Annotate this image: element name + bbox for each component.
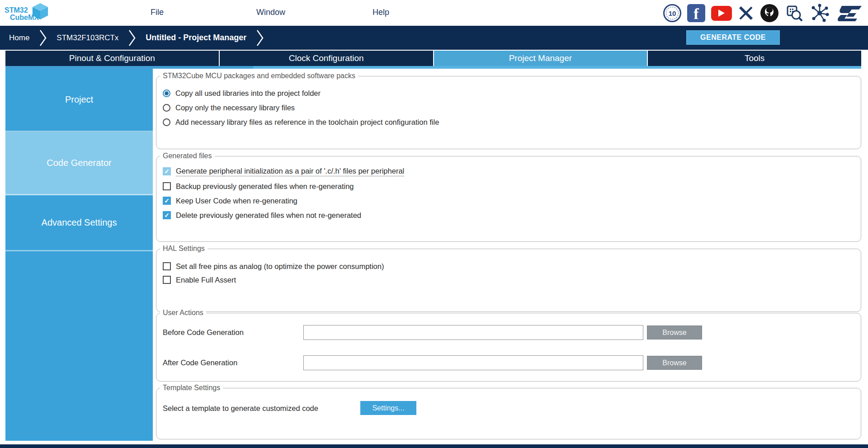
checkbox-label[interactable]: Generate peripheral initialization as a … bbox=[176, 167, 404, 176]
group-title: STM32Cube MCU packages and embedded soft… bbox=[160, 72, 358, 80]
x-twitter-icon[interactable] bbox=[738, 5, 754, 21]
radio-label[interactable]: Copy all used libraries into the project… bbox=[175, 89, 321, 98]
checkbox-row: ✓ Keep User Code when re-generating bbox=[163, 196, 297, 206]
breadcrumb-mcu[interactable]: STM32F103RCTx bbox=[57, 33, 118, 42]
radio-copy-necessary-files[interactable] bbox=[163, 104, 170, 112]
checkbox-row: Set all free pins as analog (to optimize… bbox=[163, 261, 384, 271]
after-code-generation-label: After Code Generation bbox=[163, 358, 237, 367]
youtube-icon[interactable] bbox=[711, 6, 732, 21]
breadcrumb-home[interactable]: Home bbox=[9, 33, 29, 42]
stm32cubemx-logo: STM32 CubeMX bbox=[5, 2, 54, 25]
breadcrumb-current[interactable]: Untitled - Project Manager bbox=[146, 33, 246, 42]
before-code-generation-input[interactable] bbox=[303, 325, 643, 340]
stm32cubemx-window: STM32 CubeMX File Window Help 10 f bbox=[0, 0, 868, 448]
radio-row: Add necessary library files as reference… bbox=[163, 117, 439, 127]
chevron-right-icon bbox=[256, 29, 264, 47]
checkbox-row: ✓ Generate peripheral initialization as … bbox=[163, 166, 404, 176]
project-manager-sidebar: Project Code Generator Advanced Settings bbox=[5, 69, 153, 441]
radio-label[interactable]: Add necessary library files as reference… bbox=[175, 118, 439, 127]
sidebar-filler bbox=[5, 251, 153, 441]
checkbox-keep-user-code[interactable]: ✓ bbox=[163, 197, 171, 205]
tab-clock-configuration[interactable]: Clock Configuration bbox=[220, 51, 434, 66]
group-user-actions: User Actions Before Code Generation Brow… bbox=[156, 313, 861, 382]
github-icon[interactable] bbox=[760, 4, 779, 23]
10-years-badge-icon[interactable]: 10 bbox=[663, 4, 681, 22]
main-tab-bar: Pinout & Configuration Clock Configurati… bbox=[5, 51, 861, 66]
generate-code-button[interactable]: GENERATE CODE bbox=[686, 30, 780, 45]
group-title: HAL Settings bbox=[160, 245, 208, 253]
radio-add-as-reference[interactable] bbox=[163, 118, 170, 126]
sidebar-item-project[interactable]: Project bbox=[5, 69, 153, 132]
checkbox-label[interactable]: Backup previously generated files when r… bbox=[176, 182, 354, 191]
st-logo-icon[interactable] bbox=[835, 3, 863, 23]
menu-window[interactable]: Window bbox=[256, 8, 285, 17]
group-title: Template Settings bbox=[160, 384, 223, 392]
radio-label[interactable]: Copy only the necessary library files bbox=[175, 104, 295, 112]
before-browse-button[interactable]: Browse bbox=[647, 325, 702, 340]
bottom-status-strip bbox=[0, 444, 868, 448]
facebook-icon[interactable]: f bbox=[687, 4, 705, 22]
group-hal-settings: HAL Settings Set all free pins as analog… bbox=[156, 249, 861, 312]
checkbox-delete-previously-generated[interactable]: ✓ bbox=[163, 211, 171, 219]
group-template-settings: Template Settings Select a template to g… bbox=[156, 388, 861, 439]
checkbox-label[interactable]: Keep User Code when re-generating bbox=[176, 197, 297, 205]
breadcrumb-bar: Home STM32F103RCTx Untitled - Project Ma… bbox=[0, 26, 868, 50]
badge-number: 10 bbox=[669, 9, 676, 17]
group-title: User Actions bbox=[160, 309, 206, 317]
before-code-generation-label: Before Code Generation bbox=[163, 328, 244, 337]
template-settings-label: Select a template to generate customized… bbox=[163, 404, 318, 413]
mcu-finder-icon[interactable] bbox=[785, 4, 804, 23]
tab-pinout-configuration[interactable]: Pinout & Configuration bbox=[5, 51, 220, 66]
cube-icon bbox=[32, 2, 49, 20]
group-mcu-packages: STM32Cube MCU packages and embedded soft… bbox=[156, 76, 861, 149]
radio-row: Copy only the necessary library files bbox=[163, 103, 295, 113]
sidebar-item-code-generator[interactable]: Code Generator bbox=[5, 132, 153, 195]
checkbox-generate-peripheral-init[interactable]: ✓ bbox=[163, 167, 171, 175]
checkbox-row: Enable Full Assert bbox=[163, 275, 236, 285]
sidebar-item-advanced-settings[interactable]: Advanced Settings bbox=[5, 195, 153, 251]
menu-file[interactable]: File bbox=[151, 8, 164, 17]
menu-bar: STM32 CubeMX File Window Help 10 f bbox=[0, 0, 868, 26]
checkbox-enable-full-assert[interactable] bbox=[163, 276, 171, 284]
st-community-icon[interactable] bbox=[810, 3, 830, 23]
checkbox-free-pins-analog[interactable] bbox=[163, 262, 171, 270]
tab-project-manager[interactable]: Project Manager bbox=[434, 51, 648, 66]
checkbox-row: Backup previously generated files when r… bbox=[163, 181, 354, 191]
checkbox-backup-generated-files[interactable] bbox=[163, 182, 171, 190]
checkbox-row: ✓ Delete previously generated files when… bbox=[163, 210, 361, 220]
chevron-right-icon bbox=[39, 29, 47, 47]
radio-copy-all-libraries[interactable] bbox=[163, 90, 170, 97]
tab-tools[interactable]: Tools bbox=[648, 51, 861, 66]
header-icon-row: 10 f bbox=[663, 3, 863, 24]
menu-help[interactable]: Help bbox=[373, 8, 389, 17]
checkbox-label[interactable]: Enable Full Assert bbox=[176, 276, 236, 284]
after-code-generation-input[interactable] bbox=[303, 355, 643, 370]
chevron-right-icon bbox=[128, 29, 136, 47]
radio-dot bbox=[165, 91, 169, 95]
play-triangle bbox=[718, 9, 725, 17]
checkbox-label[interactable]: Set all free pins as analog (to optimize… bbox=[176, 262, 384, 271]
group-title: Generated files bbox=[160, 152, 215, 160]
group-generated-files: Generated files ✓ Generate peripheral in… bbox=[156, 156, 861, 242]
after-browse-button[interactable]: Browse bbox=[647, 356, 702, 370]
radio-row: Copy all used libraries into the project… bbox=[163, 88, 321, 98]
breadcrumb: Home STM32F103RCTx Untitled - Project Ma… bbox=[0, 29, 264, 47]
checkbox-label[interactable]: Delete previously generated files when n… bbox=[176, 211, 361, 220]
template-settings-button[interactable]: Settings... bbox=[360, 401, 416, 415]
